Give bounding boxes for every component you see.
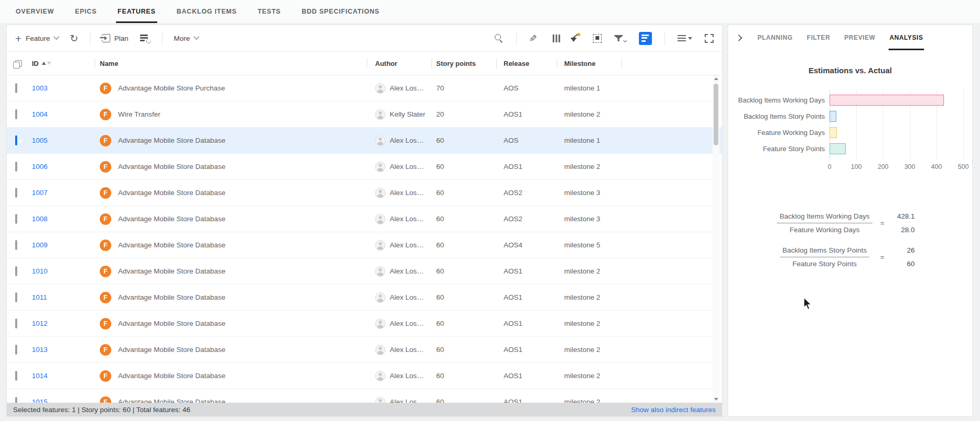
table-row[interactable]: 1012 F Advantage Mobile Store Database A… <box>7 311 722 337</box>
row-checkbox[interactable] <box>15 371 17 381</box>
table-row[interactable]: 1009 F Advantage Mobile Store Database A… <box>7 232 722 258</box>
fullscreen-icon[interactable] <box>705 34 714 43</box>
feature-name: Advantage Mobile Store Database <box>118 215 226 223</box>
item-id-link[interactable]: 1003 <box>30 84 48 92</box>
table-row[interactable]: 1014 F Advantage Mobile Store Database A… <box>7 363 722 389</box>
item-id-link[interactable]: 1010 <box>30 267 48 275</box>
column-header-id[interactable]: ID <box>30 52 95 75</box>
column-header-release[interactable]: Release <box>496 52 557 75</box>
row-checkbox[interactable] <box>15 188 17 198</box>
item-id-link[interactable]: 1013 <box>30 346 48 354</box>
column-header-story-points[interactable]: Story points <box>431 52 496 75</box>
sort-priority-icon[interactable] <box>570 33 580 43</box>
column-header-author[interactable]: Author <box>367 52 431 75</box>
tab-label: OVERVIEW <box>16 8 54 15</box>
select-all-cell[interactable] <box>7 52 30 75</box>
item-id-link[interactable]: 1014 <box>30 372 48 380</box>
row-checkbox[interactable] <box>15 318 17 328</box>
author-avatar <box>375 109 386 120</box>
table-row[interactable]: 1011 F Advantage Mobile Store Database A… <box>7 285 722 311</box>
table-row[interactable]: 1015 F Advantage Mobile Store Database A… <box>7 389 722 404</box>
tab-overview[interactable]: OVERVIEW <box>16 0 54 23</box>
table-scrollbar[interactable] <box>713 75 719 403</box>
author-avatar <box>375 135 386 146</box>
row-checkbox[interactable] <box>15 292 17 302</box>
chart-row: Feature Story Points <box>734 141 967 157</box>
row-checkbox[interactable] <box>15 135 17 145</box>
row-author-cell: Alex Los… <box>367 188 431 198</box>
column-header-milestone[interactable]: Milestone <box>557 52 621 75</box>
row-author-cell: Alex Los… <box>367 292 431 303</box>
ratio-numerator-value: 26 <box>886 246 915 258</box>
edit-pencil-icon[interactable]: ✎ <box>529 33 537 44</box>
show-indirect-features-link[interactable]: Show also indirect features <box>631 406 716 414</box>
row-milestone-cell: milestone 5 <box>557 241 621 249</box>
column-header-name-label: Name <box>100 60 118 67</box>
row-checkbox[interactable] <box>15 240 17 250</box>
row-milestone-cell: milestone 2 <box>557 372 621 380</box>
row-milestone-cell: milestone 2 <box>557 163 621 170</box>
search-icon[interactable] <box>494 33 504 43</box>
select-all-icon[interactable] <box>15 60 22 67</box>
item-id-link[interactable]: 1012 <box>30 320 48 327</box>
plan-label: Plan <box>114 35 129 42</box>
tab-features[interactable]: FEATURES <box>118 0 156 23</box>
tab-label: EPICS <box>75 8 97 15</box>
row-checkbox[interactable] <box>15 109 17 119</box>
select-area-icon[interactable] <box>593 34 602 43</box>
panel-tab-preview[interactable]: PREVIEW <box>844 25 876 50</box>
tab-tests[interactable]: TESTS <box>258 0 281 23</box>
row-checkbox[interactable] <box>15 266 17 276</box>
scrollbar-thumb[interactable] <box>714 84 718 145</box>
table-row[interactable]: 1008 F Advantage Mobile Store Database A… <box>7 206 722 232</box>
more-button[interactable]: More <box>174 35 199 42</box>
scroll-up-arrow-icon[interactable] <box>714 77 718 80</box>
item-id-link[interactable]: 1007 <box>30 189 48 197</box>
item-id-link[interactable]: 1009 <box>30 241 48 249</box>
table-row[interactable]: 1010 F Advantage Mobile Store Database A… <box>7 258 722 285</box>
row-checkbox[interactable] <box>15 83 17 93</box>
toolbar-divider <box>664 31 665 45</box>
plan-button[interactable]: Plan <box>102 34 129 42</box>
item-id-link[interactable]: 1004 <box>30 110 48 118</box>
table-row[interactable]: 1007 F Advantage Mobile Store Database A… <box>7 180 722 206</box>
table-row[interactable]: 1004 F Wire Transfer Kelly Slater 20 AOS… <box>7 101 722 128</box>
refresh-icon[interactable]: ↻ <box>70 32 78 44</box>
row-id-cell: 1005 <box>30 136 95 144</box>
top-navigation-tabs: OVERVIEWEPICSFEATURESBACKLOG ITEMSTESTSB… <box>0 0 980 23</box>
scroll-down-arrow-icon[interactable] <box>714 398 718 401</box>
link-items-icon[interactable] <box>140 34 150 43</box>
table-row[interactable]: 1006 F Advantage Mobile Store Database A… <box>7 154 722 180</box>
panel-tab-filter[interactable]: FILTER <box>807 25 830 50</box>
panel-tab-planning[interactable]: PLANNING <box>757 25 792 50</box>
tab-epics[interactable]: EPICS <box>75 0 97 23</box>
collapse-panel-button[interactable] <box>737 25 741 50</box>
item-id-link[interactable]: 1008 <box>30 215 48 223</box>
row-checkbox[interactable] <box>15 214 17 224</box>
tab-backlog-items[interactable]: BACKLOG ITEMS <box>177 0 237 23</box>
panel-tab-analysis[interactable]: ANALYSIS <box>890 25 923 50</box>
table-row[interactable]: 1005 F Advantage Mobile Store Database A… <box>7 128 722 154</box>
filter-icon[interactable] <box>614 35 626 42</box>
tab-bdd-specifications[interactable]: BDD SPECIFICATIONS <box>301 0 379 23</box>
add-feature-button[interactable]: + Feature <box>15 33 59 44</box>
chart-title: Estimations vs. Actual <box>728 66 972 75</box>
columns-icon[interactable] <box>553 35 554 42</box>
chart-row: Backlog Items Story Points <box>734 108 967 124</box>
item-id-link[interactable]: 1006 <box>30 163 48 170</box>
feature-name: Advantage Mobile Store Database <box>118 241 226 249</box>
item-id-link[interactable]: 1005 <box>30 136 48 144</box>
row-story-points-cell: 20 <box>431 110 496 118</box>
row-checkbox-cell <box>7 136 30 144</box>
row-checkbox[interactable] <box>15 162 17 172</box>
table-row[interactable]: 1013 F Advantage Mobile Store Database A… <box>7 337 722 363</box>
row-id-cell: 1010 <box>30 267 95 275</box>
board-view-icon-active[interactable] <box>639 32 652 45</box>
item-id-link[interactable]: 1011 <box>30 293 47 301</box>
row-checkbox-cell <box>7 241 30 249</box>
table-row[interactable]: 1003 F Advantage Mobile Store Purchase A… <box>7 75 722 101</box>
row-density-icon[interactable] <box>678 35 692 41</box>
row-checkbox[interactable] <box>15 345 17 355</box>
tab-label: PREVIEW <box>844 34 876 41</box>
column-header-name[interactable]: Name <box>95 52 367 75</box>
